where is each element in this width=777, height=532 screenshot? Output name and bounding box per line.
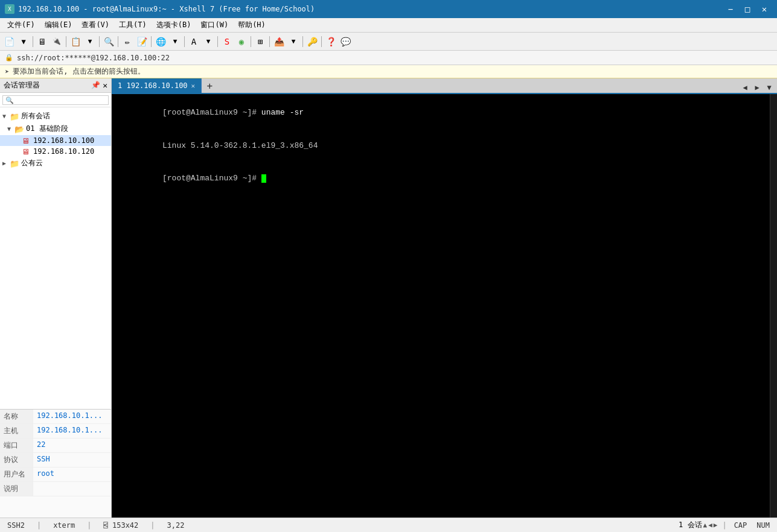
tab-menu-btn[interactable]: ▼ — [764, 82, 775, 93]
toolbar-sep-11 — [321, 36, 322, 47]
add-tab-button[interactable]: + — [202, 78, 217, 93]
info-label-name: 名称 — [0, 410, 33, 423]
disconnect-btn[interactable]: 🔌 — [50, 35, 63, 48]
info-bar: ➤ 要添加当前会话, 点击左侧的箭头按钮。 — [0, 65, 777, 78]
pin-icon[interactable]: 📌 — [91, 81, 100, 90]
tree-label-host2: 192.168.10.120 — [33, 147, 94, 156]
tree-node-all[interactable]: ▼ 📁 所有会话 — [0, 110, 111, 122]
toolbar-sep-3 — [99, 36, 100, 47]
status-right: 1 会话 ▲ ◀ ▶ | CAP NUM — [679, 520, 772, 530]
tree-label-cloud: 公有云 — [21, 158, 43, 168]
tab-1-close[interactable]: ✕ — [191, 82, 196, 90]
info-row-user: 用户名 root — [0, 467, 111, 482]
sessions-up-arrow[interactable]: ▲ — [703, 521, 708, 529]
script-btn[interactable]: S — [220, 35, 234, 48]
info-value-user: root — [33, 467, 58, 481]
sessions-right-arrow[interactable]: ▶ — [714, 521, 718, 529]
menu-help[interactable]: 帮助(H) — [233, 19, 270, 31]
globe2-btn[interactable]: ▼ — [168, 35, 182, 48]
menu-tools[interactable]: 工具(T) — [114, 19, 152, 31]
globe-btn[interactable]: 🌐 — [154, 35, 167, 48]
menu-edit[interactable]: 编辑(E) — [40, 19, 77, 31]
info-row-port: 端口 22 — [0, 439, 111, 453]
session-panel-title: 会话管理器 — [4, 80, 40, 90]
tab-1[interactable]: 1 192.168.10.100 ✕ — [112, 78, 202, 93]
status-size: ⍃ 153x42 — [101, 521, 141, 530]
terminal-line-3: [root@AlmaLinux9 ~]# — [115, 162, 766, 195]
compose-btn[interactable]: ✏️ — [121, 35, 134, 48]
connect-btn[interactable]: 🖥 — [36, 35, 49, 48]
toggle-basic: ▼ — [7, 125, 14, 132]
status-cap: CAP — [732, 521, 750, 530]
info-row-protocol: 协议 SSH — [0, 453, 111, 467]
session-info: 名称 192.168.10.1... 主机 192.168.10.1... 端口… — [0, 409, 111, 518]
menu-tabs[interactable]: 选项卡(B) — [152, 19, 196, 31]
info-label-protocol: 协议 — [0, 453, 33, 467]
session-search — [0, 93, 111, 107]
tree-label-host1: 192.168.10.100 — [33, 136, 94, 145]
host-icon-1: 🖥 — [22, 136, 31, 145]
session-panel-header-icons: 📌 ✕ — [91, 81, 107, 90]
help-btn[interactable]: ❓ — [324, 35, 337, 48]
script2-btn[interactable]: ◉ — [235, 35, 248, 48]
main-layout: 会话管理器 📌 ✕ ▼ 📁 所有会话 ▼ 📂 01 基础阶段 — [0, 78, 777, 518]
title-bar-buttons: − □ ✕ — [723, 1, 772, 17]
session-panel-close-icon[interactable]: ✕ — [103, 81, 107, 90]
status-cursor: 3,22 — [165, 521, 187, 530]
toolbar-sep-4 — [118, 36, 118, 47]
close-button[interactable]: ✕ — [756, 1, 772, 17]
upload-btn[interactable]: 📤 — [272, 35, 286, 48]
search-btn[interactable]: 🔍 — [102, 35, 115, 48]
status-bar: SSH2 | xterm | ⍃ 153x42 | 3,22 1 会话 ▲ ◀ … — [0, 518, 777, 532]
info-label-port: 端口 — [0, 439, 33, 452]
menu-bar: 文件(F) 编辑(E) 查看(V) 工具(T) 选项卡(B) 窗口(W) 帮助(… — [0, 18, 777, 33]
layout-btn[interactable]: ⊞ — [254, 35, 267, 48]
menu-file[interactable]: 文件(F) — [2, 19, 40, 31]
terminal-area[interactable]: [root@AlmaLinux9 ~]# uname -sr Linux 5.1… — [112, 94, 770, 518]
tab-next-btn[interactable]: ▶ — [752, 82, 763, 93]
font-btn[interactable]: A — [187, 35, 200, 48]
menu-view[interactable]: 查看(V) — [77, 19, 114, 31]
info-label-user: 用户名 — [0, 467, 33, 481]
info-label-note: 说明 — [0, 482, 33, 496]
session-search-input[interactable] — [2, 95, 109, 105]
tab-1-label: 1 192.168.10.100 — [118, 81, 188, 90]
window-title: 192.168.10.100 - root@AlmaLinux9:~ - Xsh… — [18, 5, 315, 13]
info-text: 要添加当前会话, 点击左侧的箭头按钮。 — [13, 66, 144, 77]
toolbar: 📄 ▼ 🖥 🔌 📋 ▼ 🔍 ✏️ 📝 🌐 ▼ A ▼ S ◉ ⊞ 📤 ▼ 🔑 ❓… — [0, 33, 777, 51]
folder-icon-all: 📁 — [10, 112, 19, 121]
status-sep-2: | — [87, 521, 91, 530]
open-btn[interactable]: ▼ — [17, 35, 30, 48]
key-btn[interactable]: 🔑 — [305, 35, 319, 48]
tree-node-host1[interactable]: 🖥 192.168.10.100 — [0, 135, 111, 146]
info-row-note: 说明 — [0, 482, 111, 496]
arrow-icon: ➤ — [5, 68, 9, 76]
msg-btn[interactable]: 💬 — [339, 35, 352, 48]
info-value-name: 192.168.10.1... — [33, 410, 106, 423]
toolbar-sep-9 — [269, 36, 270, 47]
tree-node-host2[interactable]: 🖥 192.168.10.120 — [0, 146, 111, 157]
minimize-button[interactable]: − — [723, 1, 738, 17]
host-icon-2: 🖥 — [22, 147, 31, 156]
compose2-btn[interactable]: 📝 — [135, 35, 149, 48]
session-tree: ▼ 📁 所有会话 ▼ 📂 01 基础阶段 🖥 192.168.10.100 🖥 … — [0, 107, 111, 409]
terminal-wrapper: 1 192.168.10.100 ✕ + ◀ ▶ ▼ [root@AlmaLin… — [112, 78, 777, 518]
new-session-btn[interactable]: 📄 — [2, 35, 16, 48]
lock-icon: 🔒 — [5, 54, 13, 62]
session-mgr2-btn[interactable]: ▼ — [83, 35, 97, 48]
sessions-left-arrow[interactable]: ◀ — [708, 521, 712, 529]
tree-node-cloud[interactable]: ▶ 📁 公有云 — [0, 157, 111, 169]
session-mgr-btn[interactable]: 📋 — [69, 35, 82, 48]
tree-node-basic[interactable]: ▼ 📂 01 基础阶段 — [0, 122, 111, 135]
font2-btn[interactable]: ▼ — [202, 35, 215, 48]
menu-window[interactable]: 窗口(W) — [196, 19, 233, 31]
terminal-scrollbar[interactable] — [770, 94, 777, 518]
info-value-host: 192.168.10.1... — [33, 424, 106, 438]
toolbar-sep-10 — [302, 36, 303, 47]
upload2-btn[interactable]: ▼ — [287, 35, 300, 48]
toggle-cloud: ▶ — [2, 160, 10, 166]
title-bar: X 192.168.10.100 - root@AlmaLinux9:~ - X… — [0, 0, 777, 18]
maximize-button[interactable]: □ — [740, 1, 755, 17]
tab-prev-btn[interactable]: ◀ — [740, 82, 750, 93]
tree-label-basic: 01 基础阶段 — [26, 124, 68, 134]
